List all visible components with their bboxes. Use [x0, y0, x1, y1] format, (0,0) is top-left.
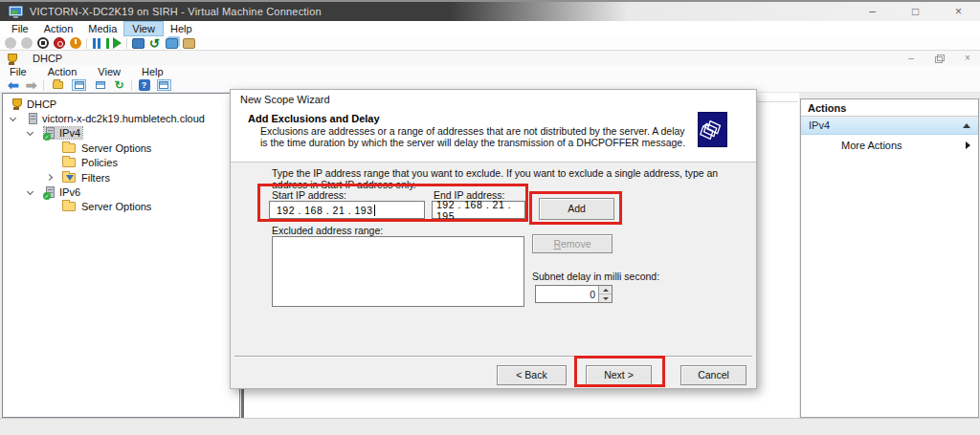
status-strip [0, 418, 980, 435]
show-console-tree-icon[interactable] [72, 79, 86, 91]
submenu-arrow-icon [966, 141, 970, 149]
add-button[interactable]: Add [539, 198, 614, 220]
chevron-down-icon[interactable] [27, 187, 33, 194]
tree-node-filters[interactable]: Filters [3, 170, 239, 185]
chevron-down-icon[interactable] [27, 129, 33, 136]
vm-maximize-button[interactable]: □ [894, 2, 937, 23]
vm-menu-media[interactable]: Media [80, 22, 124, 35]
remove-button: RRemoveemove [532, 234, 612, 253]
next-button[interactable]: Next > [586, 365, 652, 385]
tree-node-policies[interactable]: Policies [3, 156, 239, 170]
subnet-delay-spinner[interactable]: 0 [535, 285, 612, 303]
chevron-down-icon[interactable] [10, 115, 16, 121]
console-minimize-button[interactable]: – [904, 51, 918, 65]
folder-icon [62, 143, 76, 153]
properties-window-icon[interactable] [93, 79, 107, 91]
revert-icon[interactable]: ↻ [149, 38, 160, 49]
vm-menu-help[interactable]: Help [163, 22, 200, 35]
ctrl-alt-del-icon[interactable] [5, 37, 16, 49]
start-ip-input[interactable]: 192 . 168 . 21 . 193 [269, 201, 425, 219]
console-tree-panel: DHCP victorn-x-dc2k19.humbletech.cloud ✓… [2, 93, 240, 418]
help-icon[interactable]: ? [139, 79, 150, 91]
stop-icon[interactable] [37, 37, 49, 49]
wizard-title: New Scope Wizard [240, 94, 330, 105]
enhanced-session-icon[interactable] [166, 38, 178, 49]
text-caret [374, 205, 375, 216]
wizard-titlebar: New Scope Wizard [231, 90, 756, 109]
share-icon[interactable] [183, 38, 195, 49]
console-title: DHCP [33, 53, 62, 64]
cancel-button[interactable]: Cancel [680, 365, 746, 385]
filter-folder-icon [62, 173, 76, 183]
vm-window-titlebar: VICTORN-X-DC2K19 on SIRH - Virtual Machi… [0, 0, 980, 21]
vm-close-button[interactable]: × [937, 2, 980, 23]
down-arrow-icon [603, 297, 609, 300]
console-menubar: File Action View Help [0, 65, 980, 78]
folders-stack-icon [698, 112, 727, 147]
folder-icon [62, 158, 76, 167]
export-list-icon[interactable] [51, 79, 65, 91]
start-ip-label: Start IP address: [272, 189, 346, 201]
console-menu-view[interactable]: View [98, 66, 121, 77]
spin-down-button[interactable] [599, 294, 612, 302]
actions-header: Actions [801, 99, 978, 117]
funnel-icon [66, 175, 74, 181]
subnet-delay-label: Subnet delay in milli second: [532, 271, 659, 282]
vm-menu-action[interactable]: Action [36, 22, 81, 35]
wizard-header: Add Exclusions and Delay Exclusions are … [231, 109, 756, 163]
vm-window-title: VICTORN-X-DC2K19 on SIRH - Virtual Machi… [30, 6, 322, 17]
vm-app-icon [9, 6, 23, 18]
server-icon [29, 113, 37, 124]
tree-node-ipv4[interactable]: ✓ IPv4 [3, 126, 239, 141]
tree-node-dhcp[interactable]: DHCP [3, 97, 239, 111]
actions-group-ipv4[interactable]: IPv4 [801, 117, 978, 135]
pause-icon[interactable] [92, 38, 101, 49]
dhcp-app-icon [6, 54, 17, 65]
vm-toolbar: ↻ [0, 36, 980, 51]
console-restore-icon[interactable] [935, 54, 944, 62]
tree-node-server-options-v6[interactable]: Server Options [3, 200, 239, 214]
power-icon[interactable] [21, 37, 33, 49]
check-badge-icon: ✓ [43, 192, 51, 200]
shutdown-icon[interactable] [54, 37, 65, 49]
subnet-delay-value: 0 [536, 289, 598, 300]
new-scope-wizard-dialog: New Scope Wizard Add Exclusions and Dela… [230, 89, 757, 389]
up-arrow-icon [603, 289, 609, 292]
vm-minimize-button[interactable]: – [851, 2, 894, 23]
chevron-right-icon[interactable] [46, 174, 53, 181]
console-menu-action[interactable]: Action [48, 66, 78, 77]
turn-off-icon[interactable] [70, 37, 81, 49]
forward-icon[interactable]: ➡ [26, 79, 37, 91]
back-icon[interactable]: ⬅ [8, 79, 19, 91]
spin-up-button[interactable] [599, 286, 612, 294]
wizard-instruction: Type the IP address range that you want … [272, 167, 722, 190]
console-menu-file[interactable]: File [10, 66, 27, 77]
excluded-range-listbox[interactable] [272, 236, 524, 307]
excluded-range-label: Excluded address range: [272, 225, 383, 236]
ipv6-server-icon: ✓ [46, 186, 55, 198]
vm-menubar: File Action Media View Help [0, 21, 980, 36]
start-icon[interactable] [106, 38, 109, 49]
tree-selection: ✓ IPv4 [44, 127, 82, 139]
wizard-footer-divider [234, 356, 752, 358]
tree-node-server-options-v4[interactable]: Server Options [3, 141, 239, 155]
tree-node-server[interactable]: victorn-x-dc2k19.humbletech.cloud [3, 111, 239, 125]
folder-icon [62, 202, 76, 211]
collapse-icon[interactable] [963, 123, 970, 128]
refresh-icon[interactable]: ↻ [114, 79, 123, 91]
checkpoint-icon[interactable] [132, 38, 145, 49]
tree-node-ipv6[interactable]: ✓ IPv6 [3, 185, 239, 199]
console-titlebar: DHCP – × [0, 51, 980, 65]
console-close-button[interactable]: × [961, 51, 974, 65]
wizard-description: Exclusions are addresses or a range of a… [260, 126, 689, 148]
vm-menu-file[interactable]: File [4, 22, 36, 35]
actions-pane: Actions IPv4 More Actions [800, 98, 979, 418]
back-button[interactable]: < Back [497, 365, 567, 385]
ipv4-server-icon: ✓ [46, 127, 55, 139]
end-ip-input[interactable]: 192 . 168 . 21 . 195 [432, 201, 525, 219]
more-actions-item[interactable]: More Actions [801, 135, 978, 156]
vm-menu-view[interactable]: View [124, 22, 163, 35]
play-icon[interactable] [113, 37, 122, 49]
console-menu-help[interactable]: Help [142, 66, 164, 77]
action-pane-icon[interactable] [157, 79, 171, 91]
